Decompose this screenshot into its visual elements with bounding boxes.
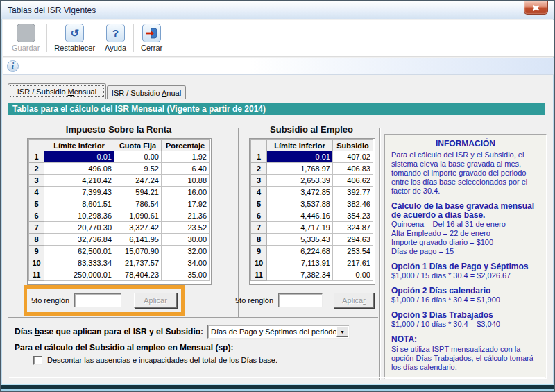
table-row: 117,382.340.00 <box>251 269 373 281</box>
chevron-down-icon[interactable]: ▼ <box>336 326 348 337</box>
corner-cell <box>251 140 267 151</box>
table-cell[interactable]: 9.52 <box>114 163 162 175</box>
table-cell[interactable]: 35.00 <box>162 269 210 281</box>
table-cell[interactable]: 7,399.43 <box>44 187 114 198</box>
table-cell[interactable]: 10,298.36 <box>44 210 114 222</box>
table-row: 34,210.42247.2410.88 <box>29 175 210 187</box>
table-cell[interactable]: 6,141.95 <box>114 234 162 246</box>
table-row: 58,601.51786.5417.92 <box>29 198 210 210</box>
table-cell[interactable]: 354.23 <box>333 210 373 222</box>
vertical-divider <box>379 128 381 380</box>
table-cell[interactable]: 20,770.30 <box>44 222 114 234</box>
table-cell[interactable]: 32.00 <box>162 246 210 257</box>
table-cell[interactable]: 594.21 <box>114 187 162 198</box>
table-cell[interactable]: 23.52 <box>162 222 210 234</box>
table-cell[interactable]: 406.62 <box>333 175 373 187</box>
table-cell[interactable]: 34.00 <box>162 257 210 269</box>
table-cell[interactable]: 407.02 <box>333 151 373 163</box>
dias-base-dropdown[interactable]: Días de Pago y Séptimos del periodo ▼ <box>207 325 350 339</box>
table-row: 53,537.88382.46 <box>251 198 373 210</box>
table-cell[interactable]: 294.63 <box>333 234 373 246</box>
apply-button[interactable]: Aplicar <box>334 293 374 308</box>
row-number: 2 <box>251 163 267 175</box>
tab-isr-subsidio-mensual[interactable]: ISR / Subsidio Mensual <box>8 83 106 99</box>
table-cell[interactable]: 21.36 <box>162 210 210 222</box>
table-cell[interactable]: 250,000.01 <box>44 269 114 281</box>
table-cell[interactable]: 1,090.61 <box>114 210 162 222</box>
table-cell[interactable]: 3,537.88 <box>267 198 333 210</box>
table-header-row: Límite InferiorCuota FijaPorcentaje <box>29 140 210 151</box>
exit-icon <box>142 24 161 42</box>
table-cell[interactable]: 4,717.19 <box>267 222 333 234</box>
table-cell[interactable]: 2,653.39 <box>267 175 333 187</box>
info-panel: INFORMACIÓNPara el cálculo del ISR y el … <box>384 134 547 379</box>
table-row: 962,500.0115,070.9032.00 <box>29 246 210 257</box>
table-cell[interactable]: 0.01 <box>44 151 114 163</box>
table-cell[interactable]: 15,070.90 <box>114 246 162 257</box>
fifth-row-input[interactable] <box>74 293 121 307</box>
table-cell[interactable]: 0.00 <box>333 269 373 281</box>
close-icon <box>532 5 540 11</box>
table-row: 610,298.361,090.6121.36 <box>29 210 210 222</box>
table-cell[interactable]: 7,382.34 <box>267 269 333 281</box>
table-cell[interactable]: 324.87 <box>333 222 373 234</box>
toolbar-separator <box>133 24 134 52</box>
table-row: 21,768.97406.83 <box>251 163 373 175</box>
table-cell[interactable]: 16.00 <box>162 187 210 198</box>
fifth-row-input[interactable] <box>278 293 323 307</box>
isr-table[interactable]: Límite InferiorCuota FijaPorcentaje10.01… <box>27 138 212 285</box>
table-cell[interactable]: 0.00 <box>114 151 162 163</box>
table-cell[interactable]: 3,327.42 <box>114 222 162 234</box>
subsidio-table[interactable]: Límite InferiorSubsidio10.01407.0221,768… <box>249 138 375 285</box>
highlight-callout: 5to renglón Aplicar <box>24 285 185 316</box>
table-cell[interactable]: 496.08 <box>44 163 114 175</box>
apply-button[interactable]: Aplicar <box>134 293 177 308</box>
table-cell[interactable]: 7,113.91 <box>267 257 333 269</box>
table-cell[interactable]: 10.88 <box>162 175 210 187</box>
table-cell[interactable]: 32,736.84 <box>44 234 114 246</box>
table-cell[interactable]: 4,446.16 <box>267 210 333 222</box>
undo-icon: ↺ <box>65 24 84 42</box>
table-cell[interactable]: 21,737.57 <box>114 257 162 269</box>
table-cell[interactable]: 1,768.97 <box>267 163 333 175</box>
row-number: 7 <box>29 222 44 234</box>
table-cell[interactable]: 5,335.43 <box>267 234 333 246</box>
table-cell[interactable]: 3,472.85 <box>267 187 333 198</box>
table-cell[interactable]: 382.46 <box>333 198 373 210</box>
dias-base-label: Días base que aplican para el ISR y el S… <box>15 327 203 336</box>
table-row: 832,736.846,141.9530.00 <box>29 234 210 246</box>
column-header: Subsidio <box>333 140 373 151</box>
close-window-button[interactable]: Cerrar <box>136 22 167 56</box>
table-cell[interactable]: 406.83 <box>333 163 373 175</box>
table-cell[interactable]: 62,500.01 <box>44 246 114 257</box>
section-header: Tablas para el cálculo del ISR Mensual (… <box>8 103 545 115</box>
help-button[interactable]: ? Ayuda <box>100 22 131 56</box>
reset-button[interactable]: ↺ Restablecer <box>49 22 100 56</box>
table-cell[interactable]: 8,601.51 <box>44 198 114 210</box>
table-cell[interactable]: 78,404.23 <box>114 269 162 281</box>
table-cell[interactable]: 30.00 <box>162 234 210 246</box>
horizontal-divider <box>9 377 545 378</box>
table-cell[interactable]: 1.92 <box>162 151 210 163</box>
help-label: Ayuda <box>105 44 126 52</box>
table-cell[interactable]: 217.61 <box>333 257 373 269</box>
table-cell[interactable]: 17.92 <box>162 198 210 210</box>
table-cell[interactable]: 253.54 <box>333 246 373 257</box>
descontar-checkbox-label[interactable]: Descontar las ausencias e incapacidades … <box>47 356 278 364</box>
title-bar[interactable]: Tablas del ISR Vigentes <box>1 1 554 19</box>
table-cell[interactable]: 4,210.42 <box>44 175 114 187</box>
close-button[interactable] <box>524 1 548 15</box>
table-cell[interactable]: 6.40 <box>162 163 210 175</box>
row-number: 4 <box>29 187 44 198</box>
table-cell[interactable]: 6,224.68 <box>267 246 333 257</box>
table-cell[interactable]: 786.54 <box>114 198 162 210</box>
table-row: 43,472.85392.77 <box>251 187 373 198</box>
row-number: 3 <box>251 175 267 187</box>
table-cell[interactable]: 392.77 <box>333 187 373 198</box>
table-cell[interactable]: 0.01 <box>267 151 333 163</box>
table-cell[interactable]: 247.24 <box>114 175 162 187</box>
row-number: 11 <box>29 269 44 281</box>
tab-isr-subsidio-anual[interactable]: ISR / Subsidio Anual <box>107 85 186 99</box>
table-cell[interactable]: 83,333.34 <box>44 257 114 269</box>
descontar-checkbox[interactable] <box>33 356 42 365</box>
